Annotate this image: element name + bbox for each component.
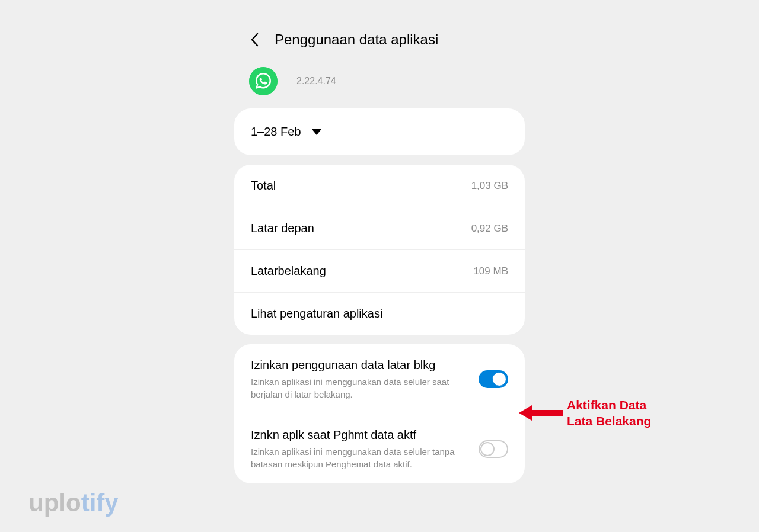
annotation-line1: Aktifkan Data [567,398,646,412]
foreground-usage-row: Latar depan 0,92 GB [234,207,525,250]
watermark-part2: tify [81,489,119,517]
page-title: Penggunaan data aplikasi [275,31,438,48]
background-usage-row: Latarbelakang 109 MB [234,250,525,293]
arrow-left-icon [519,404,563,422]
chevron-down-icon [312,127,321,137]
data-saver-toggle[interactable] [479,440,508,458]
total-usage-row: Total 1,03 GB [234,165,525,207]
app-settings-link[interactable]: Lihat pengaturan aplikasi [234,293,525,335]
data-saver-desc: Izinkan aplikasi ini menggunakan data se… [251,446,467,470]
data-saver-content: Iznkn aplk saat Pghmt data aktf Izinkan … [251,427,479,470]
foreground-label: Latar depan [251,222,314,235]
date-range-selector[interactable]: 1–28 Feb [234,108,525,155]
data-saver-title: Iznkn aplk saat Pghmt data aktf [251,427,467,443]
watermark: uplotify [28,489,119,517]
background-data-desc: Izinkan aplikasi ini menggunakan data se… [251,376,467,400]
watermark-part1: uplo [28,489,81,517]
annotation-text: Aktifkan Data Lata Belakang [567,397,651,430]
total-value: 1,03 GB [471,180,508,192]
data-saver-row: Iznkn aplk saat Pghmt data aktf Izinkan … [234,414,525,483]
background-label: Latarbelakang [251,264,326,278]
annotation-line2: Lata Belakang [567,414,651,428]
settings-link-label: Lihat pengaturan aplikasi [251,307,382,321]
foreground-value: 0,92 GB [471,223,508,235]
date-range-card: 1–28 Feb [234,108,525,155]
page-header: Penggunaan data aplikasi [234,21,525,65]
permissions-card: Izinkan penggunaan data latar blkg Izink… [234,344,525,483]
background-data-content: Izinkan penggunaan data latar blkg Izink… [251,357,479,400]
background-data-row: Izinkan penggunaan data latar blkg Izink… [234,344,525,414]
background-value: 109 MB [473,265,508,277]
toggle-knob [480,442,495,456]
date-range-text: 1–28 Feb [251,125,301,139]
background-data-toggle[interactable] [479,370,508,388]
usage-stats-card: Total 1,03 GB Latar depan 0,92 GB Latarb… [234,165,525,335]
back-icon [250,33,259,47]
toggle-knob [492,372,506,386]
app-version: 2.22.4.74 [296,76,336,86]
back-button[interactable] [246,31,263,48]
app-info: 2.22.4.74 [234,65,525,108]
total-label: Total [251,179,276,193]
annotation-callout: Aktifkan Data Lata Belakang [519,397,651,430]
svg-point-0 [249,67,278,95]
whatsapp-icon [249,67,278,95]
settings-screen: Penggunaan data aplikasi 2.22.4.74 1–28 … [234,21,525,493]
background-data-title: Izinkan penggunaan data latar blkg [251,357,467,373]
